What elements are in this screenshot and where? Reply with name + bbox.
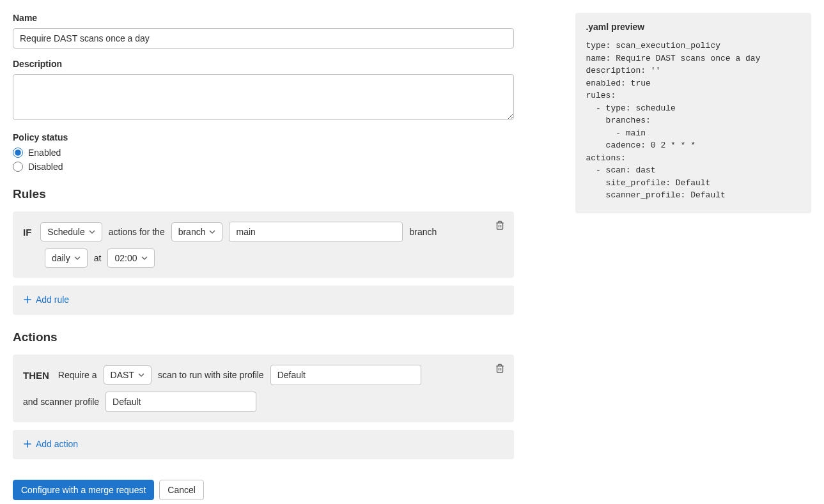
delete-rule-button[interactable] [492, 218, 508, 233]
rules-heading: Rules [13, 187, 514, 201]
name-label: Name [13, 13, 514, 23]
and-scanner-profile-text: and scanner profile [23, 397, 99, 407]
name-input[interactable] [13, 28, 514, 49]
name-field-group: Name [13, 13, 514, 49]
add-action-button[interactable]: Add action [23, 439, 78, 449]
trash-icon [495, 363, 505, 374]
yaml-preview-code: type: scan_execution_policy name: Requir… [586, 40, 801, 202]
disabled-radio[interactable] [13, 162, 23, 172]
enabled-radio-label[interactable]: Enabled [28, 148, 61, 158]
yaml-preview-title: .yaml preview [586, 22, 801, 32]
time-select-label: 02:00 [114, 253, 137, 263]
actions-heading: Actions [13, 330, 514, 344]
add-action-label: Add action [36, 439, 78, 449]
chevron-down-icon [74, 255, 81, 261]
branch-input[interactable] [229, 222, 403, 242]
scan-type-select[interactable]: DAST [104, 365, 152, 385]
configure-merge-request-button[interactable]: Configure with a merge request [13, 480, 154, 500]
description-label: Description [13, 59, 514, 69]
plus-icon [23, 295, 32, 304]
chevron-down-icon [209, 229, 215, 235]
schedule-select-label: Schedule [47, 227, 84, 237]
site-profile-input[interactable] [270, 365, 421, 385]
disabled-radio-label[interactable]: Disabled [28, 162, 63, 172]
scanner-profile-input[interactable] [105, 392, 256, 412]
add-action-card: Add action [13, 430, 514, 459]
description-textarea[interactable] [13, 74, 514, 120]
add-rule-label: Add rule [36, 294, 69, 305]
description-field-group: Description [13, 59, 514, 122]
footer-buttons: Configure with a merge request Cancel [13, 480, 514, 500]
plus-icon [23, 439, 32, 448]
at-text: at [94, 253, 102, 263]
rule-card: IF Schedule actions for the branch branc… [13, 211, 514, 278]
policy-status-label: Policy status [13, 132, 514, 142]
policy-status-group: Policy status Enabled Disabled [13, 132, 514, 172]
require-a-text: Require a [58, 370, 97, 380]
if-keyword: IF [23, 227, 31, 238]
frequency-select-label: daily [52, 253, 70, 263]
chevron-down-icon [138, 372, 144, 378]
add-rule-card: Add rule [13, 286, 514, 315]
scan-type-select-label: DAST [111, 370, 134, 380]
actions-for-the-text: actions for the [109, 227, 165, 237]
time-select[interactable]: 02:00 [107, 248, 154, 268]
branch-type-select-label: branch [178, 227, 206, 237]
then-keyword: THEN [23, 370, 49, 381]
frequency-select[interactable]: daily [45, 248, 88, 268]
cancel-button[interactable]: Cancel [159, 480, 204, 500]
enabled-radio[interactable] [13, 148, 23, 158]
delete-action-button[interactable] [492, 361, 508, 376]
branch-type-select[interactable]: branch [171, 222, 223, 241]
schedule-select[interactable]: Schedule [40, 222, 102, 241]
branch-text-after: branch [409, 227, 437, 237]
chevron-down-icon [141, 255, 148, 261]
trash-icon [495, 220, 505, 231]
yaml-preview-card: .yaml preview type: scan_execution_polic… [575, 13, 811, 213]
scan-to-run-text: scan to run with site profile [158, 370, 264, 380]
action-card: THEN Require a DAST scan to run with sit… [13, 355, 514, 422]
chevron-down-icon [89, 229, 95, 235]
add-rule-button[interactable]: Add rule [23, 294, 69, 305]
